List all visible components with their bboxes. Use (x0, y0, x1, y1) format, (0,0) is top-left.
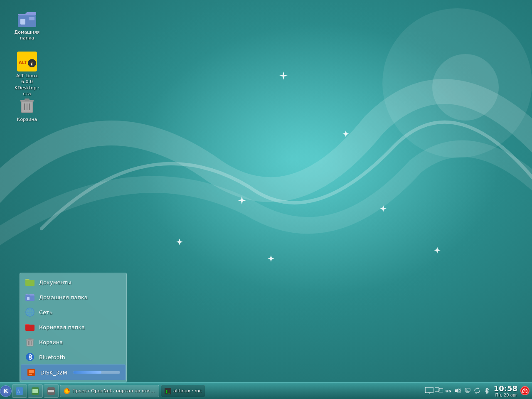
clock[interactable]: 10:58 Пн, 29 авг (494, 384, 517, 397)
taskbar-app-terminal[interactable]: $_ altlinux : mc (161, 385, 205, 397)
screen-tray-icon[interactable] (425, 387, 433, 395)
quick-btn-icon-3 (47, 387, 55, 395)
firefox-icon (64, 388, 70, 394)
svg-text:ALT: ALT (19, 60, 27, 65)
svg-marker-9 (434, 247, 441, 254)
clock-date: Пн, 29 авг (495, 393, 517, 397)
desktop-icon-altlinux[interactable]: ALT 🐧 ALT Linux 6.0.0 KDesktop : ста (10, 50, 44, 99)
trash-menu-icon (25, 337, 35, 347)
svg-rect-52 (425, 387, 433, 393)
bluetooth-tray-icon[interactable] (483, 387, 491, 395)
menu-item-disk[interactable]: DISK_32M (21, 365, 126, 380)
context-menu: Документы Домашняя папка (20, 273, 127, 382)
menu-item-disk-label: DISK_32M (40, 369, 67, 376)
taskbar-apps: Проект OpenNet - портал по открытому ПО,… (59, 385, 423, 397)
svg-marker-57 (455, 388, 458, 393)
dual-screen-icon[interactable] (435, 387, 443, 395)
svg-marker-8 (380, 205, 387, 212)
home-folder-icon (17, 8, 37, 28)
svg-point-1 (382, 8, 532, 158)
language-indicator[interactable]: us (444, 387, 453, 395)
svg-rect-58 (465, 388, 470, 392)
taskbar-right: us (423, 384, 532, 397)
menu-item-root-label: Корневая папка (39, 324, 85, 330)
menu-item-trash-label: Корзина (39, 339, 63, 345)
menu-item-root[interactable]: Корневая папка (20, 320, 126, 335)
svg-point-2 (432, 54, 499, 121)
svg-rect-59 (466, 392, 469, 393)
desktop: Домашняя папка ALT 🐧 ALT Linux 6.0.0 KDe… (0, 0, 532, 399)
svg-marker-3 (279, 71, 288, 80)
menu-item-bluetooth[interactable]: Bluetooth (20, 350, 126, 365)
bluetooth-icon (25, 352, 35, 362)
taskbar-app-browser[interactable]: Проект OpenNet - портал по открытому ПО,… (60, 385, 159, 397)
disk-progress-fill (73, 371, 101, 374)
home-folder-label: Домашняя папка (12, 30, 42, 42)
trash-label: Корзина (17, 117, 37, 123)
svg-text:$_: $_ (165, 389, 170, 394)
taskbar-quick-btn-3[interactable] (44, 384, 59, 398)
svg-rect-23 (25, 280, 34, 286)
root-folder-icon (25, 322, 35, 332)
menu-item-documents-label: Документы (39, 279, 71, 286)
svg-rect-11 (20, 19, 25, 25)
quick-btn-icon-1: ☆ (16, 387, 23, 395)
network-icon (25, 307, 35, 317)
svg-marker-6 (176, 239, 183, 245)
desktop-icon-trash[interactable]: Корзина (10, 94, 44, 124)
shutdown-button[interactable] (520, 386, 530, 395)
taskbar-quick-btn-2[interactable] (28, 384, 43, 398)
svg-rect-45 (32, 389, 38, 393)
menu-item-bluetooth-label: Bluetooth (39, 354, 65, 360)
menu-item-home[interactable]: Домашняя папка (20, 290, 126, 305)
svg-rect-40 (29, 370, 34, 373)
svg-rect-12 (29, 17, 34, 20)
svg-marker-7 (268, 255, 274, 262)
svg-rect-24 (25, 295, 34, 301)
svg-text:☆: ☆ (17, 389, 21, 394)
svg-rect-19 (25, 99, 30, 101)
svg-rect-34 (28, 338, 32, 340)
menu-item-documents[interactable]: Документы (20, 275, 126, 290)
volume-tray-icon[interactable] (454, 387, 462, 395)
menu-item-trash[interactable]: Корзина (20, 335, 126, 350)
menu-item-network-label: Сеть (39, 309, 52, 315)
svg-rect-31 (25, 325, 34, 331)
altlinux-icon: ALT 🐧 (17, 52, 37, 71)
taskbar-quick-btn-1[interactable]: ☆ (12, 384, 27, 398)
taskbar: K ☆ (0, 382, 532, 399)
disk-progress-bar (73, 371, 120, 374)
svg-point-49 (65, 389, 69, 393)
lang-label: us (446, 388, 451, 394)
svg-text:🐧: 🐧 (30, 61, 34, 66)
terminal-app-label: altlinux : mc (173, 388, 202, 394)
svg-rect-41 (29, 374, 32, 375)
sync-tray-icon[interactable] (473, 387, 481, 395)
clock-time: 10:58 (494, 384, 517, 393)
menu-item-home-label: Домашняя папка (39, 294, 88, 300)
quick-btn-icon-2 (32, 387, 39, 395)
browser-app-label: Проект OpenNet - портал по открытому ПО,… (72, 388, 155, 394)
power-icon (522, 388, 527, 393)
start-button[interactable]: K (0, 385, 12, 397)
terminal-icon: $_ (165, 388, 171, 394)
svg-marker-5 (238, 196, 246, 204)
svg-point-30 (26, 308, 34, 316)
svg-marker-4 (342, 131, 349, 137)
home-menu-icon (25, 292, 35, 302)
svg-rect-47 (48, 390, 54, 392)
trash-icon (17, 95, 37, 115)
svg-rect-25 (27, 297, 30, 300)
menu-item-network[interactable]: Сеть (20, 305, 126, 320)
documents-folder-icon (25, 277, 35, 287)
desktop-icon-home[interactable]: Домашняя папка (10, 6, 44, 43)
disk-icon (26, 367, 36, 377)
network-tray-icon[interactable] (463, 387, 472, 395)
